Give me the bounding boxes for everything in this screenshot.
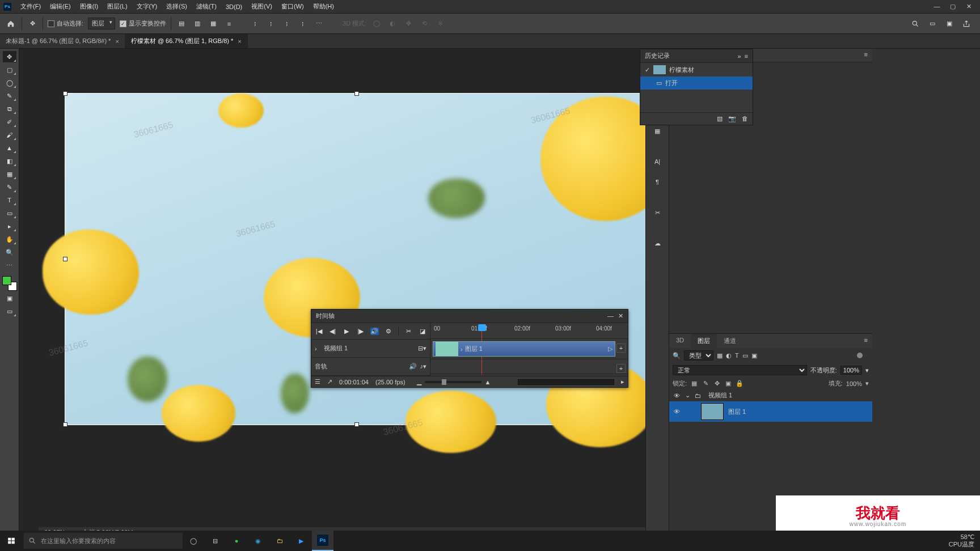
menu-file[interactable]: 文件(F) — [16, 2, 45, 11]
view-mode-icon[interactable]: ▭ — [927, 18, 938, 29]
timeline-menu-icon[interactable]: ☰ — [315, 378, 320, 385]
character-icon[interactable]: A| — [650, 154, 665, 169]
camera-icon[interactable]: 📷 — [728, 115, 736, 122]
brush-tool[interactable]: 🖌 — [3, 129, 16, 141]
timecode[interactable]: 0:00:01:04 — [339, 379, 369, 385]
panel-menu-icon[interactable]: ≡ — [864, 51, 868, 60]
document-tab-1[interactable]: 未标题-1 @ 66.7% (图层 0, RGB/8#) * × — [0, 34, 125, 48]
tab-close-icon[interactable]: × — [238, 38, 241, 45]
filter-smart-icon[interactable]: ▣ — [751, 352, 757, 359]
panel-collapse-icon[interactable]: » — [737, 53, 740, 60]
menu-select[interactable]: 选择(S) — [162, 2, 192, 11]
settings-button[interactable]: ⚙ — [385, 328, 393, 335]
edge-icon[interactable]: ◉ — [247, 531, 269, 551]
taskbar-search[interactable]: 在这里输入你要搜索的内容 — [24, 533, 183, 549]
crop-tool[interactable]: ⧉ — [3, 103, 16, 115]
playhead[interactable] — [478, 324, 486, 331]
timeline-track-video[interactable]: › 视频组 1 ⊟▾ — [311, 340, 430, 358]
zoom-in-icon[interactable]: ▲ — [485, 379, 491, 385]
lock-pixels-icon[interactable]: ✎ — [702, 380, 709, 387]
edit-toolbar-icon[interactable]: ⋯ — [3, 260, 16, 271]
timeline-scroll-right-icon[interactable]: ▸ — [621, 378, 624, 385]
dropdown-icon[interactable]: ▾ — [865, 367, 869, 374]
gradient-tool[interactable]: ▦ — [3, 168, 16, 180]
timeline-scrollbar[interactable] — [518, 379, 614, 385]
menu-3d[interactable]: 3D(D) — [221, 3, 247, 10]
visibility-icon[interactable]: 👁 — [673, 392, 681, 399]
timeline-audio-track[interactable]: + — [430, 359, 628, 374]
split-button[interactable]: ✂ — [404, 328, 413, 335]
timeline-video-track[interactable]: › 图层 1 ▷ + — [430, 339, 628, 359]
photoshop-taskbar-icon[interactable]: Ps — [312, 531, 333, 551]
panel-menu-icon[interactable]: ≡ — [860, 334, 872, 348]
dropdown-icon[interactable]: ▾ — [865, 380, 869, 387]
trash-icon[interactable]: 🗑 — [742, 115, 748, 122]
close-icon[interactable]: ✕ — [964, 3, 973, 10]
lock-artboard-icon[interactable]: ▣ — [724, 380, 732, 387]
quick-mask-tool[interactable]: ▣ — [3, 293, 16, 304]
minimize-icon[interactable]: — — [932, 3, 941, 10]
visibility-icon[interactable]: 👁 — [673, 408, 681, 415]
marquee-tool[interactable]: ▢ — [3, 64, 16, 75]
tab-layers[interactable]: 图层 — [691, 334, 717, 348]
search-icon[interactable] — [910, 18, 921, 29]
zoom-tool[interactable]: 🔍 — [3, 247, 16, 258]
distribute-1-icon[interactable]: ⫶ — [250, 18, 261, 29]
libraries-icon[interactable]: ☁ — [650, 236, 665, 251]
filter-toggle[interactable] — [856, 352, 869, 359]
task-view-icon[interactable]: ◯ — [183, 531, 204, 551]
menu-view[interactable]: 视图(V) — [247, 2, 277, 11]
transform-handle[interactable] — [354, 422, 359, 427]
chevron-right-icon[interactable]: › — [461, 346, 463, 353]
add-audio-button[interactable]: + — [616, 364, 626, 373]
filter-type-icon[interactable]: T — [735, 352, 739, 359]
transform-handle[interactable] — [63, 91, 67, 96]
menu-filter[interactable]: 滤镜(T) — [192, 2, 221, 11]
hand-tool[interactable]: ✋ — [3, 234, 16, 245]
transform-handle[interactable] — [63, 422, 67, 427]
canvas-area[interactable]: 36061665 36061665 36061665 36061665 3606… — [19, 49, 645, 537]
mute-icon[interactable]: 🔊 — [409, 363, 417, 370]
layer-group-row[interactable]: 👁 ⌄ 🗀 视频组 1 — [669, 389, 872, 401]
layer-filter-dropdown[interactable]: 类型 — [684, 350, 713, 361]
align-left-icon[interactable]: ▤ — [176, 18, 187, 29]
new-doc-from-state-icon[interactable]: ▧ — [717, 115, 723, 122]
align-top-icon[interactable]: ≡ — [223, 18, 235, 29]
lasso-tool[interactable]: ◯ — [3, 77, 16, 88]
stamp-tool[interactable]: ▲ — [3, 142, 16, 154]
transform-handle[interactable] — [63, 257, 67, 261]
lock-all-icon[interactable]: 🔒 — [736, 380, 744, 387]
menu-help[interactable]: 帮助(H) — [309, 2, 339, 11]
history-state[interactable]: ▭ 打开 — [640, 77, 753, 90]
chevron-down-icon[interactable]: ⌄ — [685, 392, 690, 399]
path-select-tool[interactable]: ▸ — [3, 221, 16, 232]
color-swatch[interactable] — [2, 276, 17, 291]
filter-shape-icon[interactable]: ▭ — [742, 352, 748, 359]
maximize-icon[interactable]: ▢ — [948, 3, 957, 10]
export-icon[interactable]: ↗ — [327, 378, 332, 385]
layer-thumbnail[interactable] — [701, 403, 724, 420]
paragraph-icon[interactable]: ¶ — [650, 175, 665, 189]
timeline-ruler[interactable]: 00 01:00f 02:00f 03:00f 04:00f — [430, 323, 628, 339]
layers-icon[interactable]: ▦ — [650, 124, 665, 138]
more-options-icon[interactable]: ⋯ — [313, 18, 324, 29]
add-media-button[interactable]: + — [616, 344, 626, 353]
distribute-3-icon[interactable]: ⫶ — [281, 18, 293, 29]
zoom-slider[interactable] — [425, 381, 481, 383]
panel-close-icon[interactable]: ✕ — [618, 312, 623, 320]
type-tool[interactable]: T — [3, 194, 16, 206]
tab-3d[interactable]: 3D — [669, 334, 691, 348]
pen-tool[interactable]: ✎ — [3, 181, 16, 193]
cortana-icon[interactable]: ⊟ — [204, 531, 226, 551]
eraser-tool[interactable]: ◧ — [3, 155, 16, 167]
quick-select-tool[interactable]: ✎ — [3, 90, 16, 101]
audio-options-icon[interactable]: ♪▾ — [420, 363, 427, 370]
menu-edit[interactable]: 编辑(E) — [45, 2, 75, 11]
auto-select-checkbox[interactable]: 自动选择: — [48, 19, 83, 28]
distribute-4-icon[interactable]: ⫶ — [297, 18, 309, 29]
blend-mode-dropdown[interactable]: 正常 — [673, 365, 807, 375]
chevron-right-icon[interactable]: › — [315, 345, 320, 352]
transition-button[interactable]: ◪ — [419, 328, 427, 335]
show-transform-checkbox[interactable]: ✓ 显示变换控件 — [120, 19, 166, 28]
history-snapshot[interactable]: ✓ 柠檬素材 — [640, 63, 753, 77]
